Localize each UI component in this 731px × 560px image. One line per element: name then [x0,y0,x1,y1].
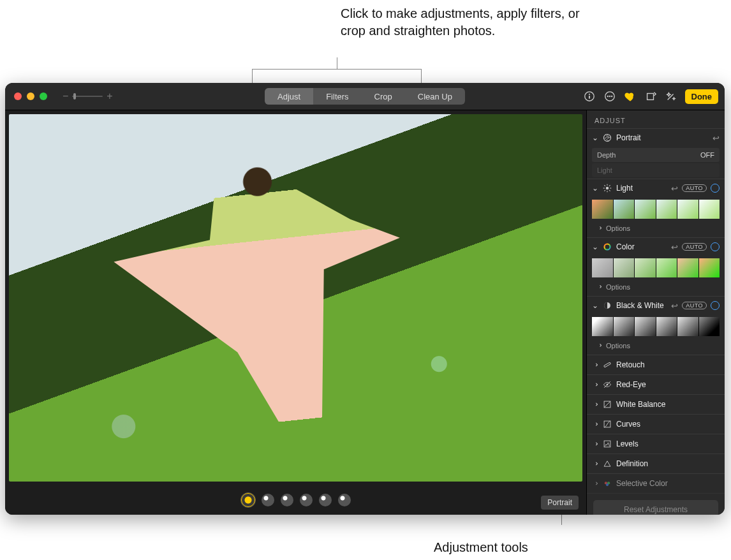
section-portrait: ⌄ Portrait ↩︎ Depth OFF Light [587,129,725,179]
portrait-light-label: Light [597,166,612,174]
bw-options-toggle[interactable]: ⌄ Options [587,339,725,355]
section-selective-color: ⌄ Selective Color [587,474,725,494]
section-header-curves[interactable]: ⌄ Curves [587,415,725,434]
svg-line-14 [604,185,605,186]
undo-icon[interactable]: ↩︎ [671,242,678,252]
portrait-light-row: Light [592,163,720,177]
undo-icon[interactable]: ↩︎ [671,184,678,193]
section-black-white: ⌄ Black & White ↩︎ AUTO ⌄ Options [587,297,725,355]
variant-1[interactable] [262,494,274,506]
enable-ring-icon[interactable] [711,301,720,310]
minimize-window-button[interactable] [27,92,34,100]
disclosure-icon: ⌄ [591,461,600,467]
svg-point-28 [606,483,609,486]
undo-icon[interactable]: ↩︎ [713,133,720,143]
svg-rect-20 [603,362,610,367]
callout-top: Click to make adjustments, apply filters… [341,5,583,40]
section-light: ⌄ Light ↩︎ AUTO ⌄ Options [587,179,725,238]
section-label: Definition [616,459,720,468]
zoom-slider[interactable] [72,96,103,97]
auto-button[interactable]: AUTO [682,184,707,192]
section-label: Color [616,242,667,251]
zoom-in-icon[interactable]: + [107,91,112,102]
tab-crop[interactable]: Crop [362,88,405,105]
disclosure-icon[interactable]: ⌄ [592,133,598,142]
section-definition: ⌄ Definition [587,454,725,474]
done-button[interactable]: Done [685,89,719,104]
svg-point-4 [607,96,608,97]
auto-button[interactable]: AUTO [682,243,707,251]
svg-line-15 [609,190,610,191]
color-options-toggle[interactable]: ⌄ Options [587,280,725,296]
depth-label: Depth [597,151,616,159]
callout-bottom: Adjustment tools [434,539,528,556]
portrait-badge[interactable]: Portrait [541,496,579,510]
disclosure-icon: ⌄ [591,362,600,368]
bw-thumbnail-slider[interactable] [592,317,720,336]
section-label: Curves [616,420,720,429]
photo-viewport: Portrait [5,110,586,515]
bandage-icon [602,360,612,370]
more-icon[interactable] [603,90,616,103]
options-label: Options [606,225,630,232]
variant-2[interactable] [281,494,293,506]
photo-subject [92,143,436,468]
tab-adjust[interactable]: Adjust [265,88,313,105]
variant-original[interactable] [241,493,255,507]
variant-5[interactable] [338,494,351,506]
section-header-definition[interactable]: ⌄ Definition [587,454,725,473]
zoom-out-icon[interactable]: − [63,91,68,102]
disclosure-icon: ⌄ [591,480,600,487]
favorite-icon[interactable] [624,90,637,103]
section-header-selective-color[interactable]: ⌄ Selective Color [587,474,725,493]
svg-rect-7 [647,94,653,100]
depth-value: OFF [700,151,714,159]
photo-preview[interactable] [9,114,582,482]
variant-4[interactable] [319,494,332,506]
section-header-retouch[interactable]: ⌄ Retouch [587,355,725,374]
undo-icon[interactable]: ↩︎ [671,301,678,311]
section-header-levels[interactable]: ⌄ Levels [587,434,725,453]
disclosure-icon[interactable]: ⌄ [592,301,598,310]
variant-3[interactable] [300,494,313,506]
window-controls [14,92,47,100]
eye-slash-icon [602,379,612,390]
portrait-depth-row[interactable]: Depth OFF [592,148,720,162]
section-levels: ⌄ Levels [587,434,725,454]
enable-ring-icon[interactable] [711,184,720,193]
magic-icon[interactable] [665,90,677,103]
light-thumbnail-slider[interactable] [592,200,720,219]
zoom-window-button[interactable] [40,92,47,100]
adjust-sidebar[interactable]: ADJUST ⌄ Portrait ↩︎ Depth OFF Light [586,110,725,515]
selective-color-icon [602,478,612,489]
section-curves: ⌄ Curves [587,415,725,434]
zoom-control[interactable]: − + [63,91,113,102]
section-header-white-balance[interactable]: ⌄ White Balance [587,395,725,414]
callout-leader [337,57,337,69]
disclosure-icon[interactable]: ⌄ [592,184,598,193]
bw-half-circle-icon [602,300,612,311]
tab-filters[interactable]: Filters [313,88,361,105]
options-label: Options [606,283,630,291]
light-options-toggle[interactable]: ⌄ Options [587,221,725,237]
svg-line-16 [609,185,610,186]
svg-rect-1 [589,96,590,99]
tab-clean-up[interactable]: Clean Up [405,88,465,105]
info-icon[interactable] [583,90,596,103]
reset-adjustments-button[interactable]: Reset Adjustments [593,500,718,515]
svg-point-5 [609,96,610,97]
disclosure-icon: ⌄ [591,441,600,447]
disclosure-icon[interactable]: ⌄ [592,242,598,251]
color-thumbnail-slider[interactable] [592,258,720,277]
auto-button[interactable]: AUTO [682,302,707,309]
section-white-balance: ⌄ White Balance [587,395,725,415]
close-window-button[interactable] [14,92,22,100]
section-label: Black & White [616,301,667,310]
curves-icon [602,419,612,429]
svg-point-9 [606,187,609,189]
enable-ring-icon[interactable] [711,242,720,251]
section-header-red-eye[interactable]: ⌄ Red-Eye [587,375,725,394]
disclosure-icon: ⌄ [591,381,600,388]
section-red-eye: ⌄ Red-Eye [587,375,725,395]
rotate-icon[interactable] [644,90,657,103]
